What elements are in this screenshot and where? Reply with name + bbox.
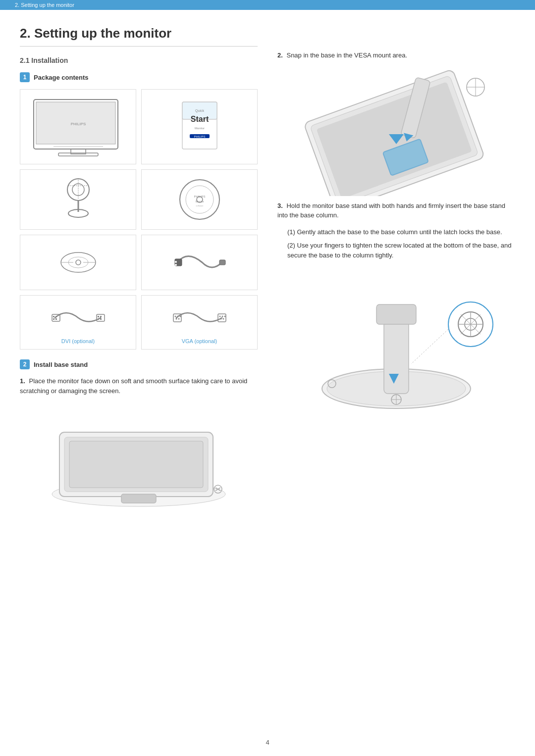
svg-rect-31 bbox=[219, 260, 225, 265]
package-vga-cable: VGA (optional) bbox=[141, 295, 258, 350]
page-number: 4 bbox=[0, 739, 535, 746]
package-monitor: PHILIPS bbox=[20, 89, 136, 164]
step1-text: 1. Place the monitor face down on soft a… bbox=[20, 376, 258, 396]
page-title: 2. Setting up the monitor bbox=[20, 26, 258, 47]
svg-point-45 bbox=[174, 316, 176, 317]
svg-rect-35 bbox=[53, 316, 54, 317]
svg-text:Monitor: Monitor bbox=[194, 127, 204, 130]
svg-rect-60 bbox=[121, 494, 156, 503]
svg-text:Quick: Quick bbox=[195, 109, 204, 113]
svg-point-52 bbox=[221, 316, 223, 317]
svg-point-49 bbox=[178, 318, 179, 320]
svg-point-48 bbox=[175, 318, 177, 320]
svg-rect-38 bbox=[55, 318, 57, 320]
svg-line-83 bbox=[411, 329, 448, 364]
step2-illustration bbox=[277, 67, 515, 196]
install-base-section: 2 Install base stand 1. Place the monito… bbox=[20, 359, 258, 511]
svg-point-46 bbox=[177, 316, 178, 317]
svg-point-51 bbox=[219, 316, 220, 317]
package-cd: PHILIPS Monitor software bbox=[141, 169, 258, 230]
step3-illustration bbox=[277, 265, 515, 413]
package-quickstart: Quick Start PHILIPS Monitor bbox=[141, 89, 258, 164]
package-power-cable bbox=[141, 235, 258, 290]
svg-text:Start: Start bbox=[190, 115, 209, 123]
substep1-text: (1) Gently attach the base to the base c… bbox=[287, 227, 515, 237]
svg-point-32 bbox=[175, 261, 177, 263]
svg-point-33 bbox=[175, 264, 177, 266]
install-base-label: Install base stand bbox=[34, 361, 88, 368]
svg-text:PHILIPS: PHILIPS bbox=[194, 135, 205, 138]
svg-point-47 bbox=[179, 316, 181, 317]
svg-rect-43 bbox=[100, 318, 102, 320]
svg-rect-37 bbox=[55, 316, 57, 317]
svg-rect-3 bbox=[58, 153, 98, 156]
badge-2: 2 bbox=[20, 359, 30, 369]
svg-text:PHILIPS: PHILIPS bbox=[194, 195, 205, 198]
svg-point-20 bbox=[186, 186, 214, 213]
right-column: 2. Snap in the base in the VESA mount ar… bbox=[277, 26, 515, 516]
badge-1: 1 bbox=[20, 72, 30, 82]
package-remote bbox=[20, 235, 136, 290]
breadcrumb-bar: 2. Setting up the monitor bbox=[0, 0, 535, 10]
svg-point-53 bbox=[224, 316, 225, 317]
svg-rect-74 bbox=[384, 314, 409, 394]
svg-text:Monitor: Monitor bbox=[195, 200, 204, 203]
svg-rect-36 bbox=[53, 318, 54, 320]
svg-point-54 bbox=[220, 318, 221, 320]
svg-rect-42 bbox=[100, 316, 102, 317]
step1-illustration bbox=[20, 403, 258, 511]
breadcrumb-text: 2. Setting up the monitor bbox=[15, 2, 74, 8]
package-contents-section: 1 Package contents PHILIPS bbox=[20, 72, 258, 350]
step3-text: 3. Hold the monitor base stand with both… bbox=[277, 201, 515, 220]
dvi-label: DVI (optional) bbox=[61, 338, 95, 344]
svg-rect-75 bbox=[376, 304, 416, 324]
section-2-1-heading: 2.1 Installation bbox=[20, 56, 258, 64]
package-stand bbox=[20, 169, 136, 230]
svg-text:PHILIPS: PHILIPS bbox=[70, 122, 86, 126]
package-grid: PHILIPS Quick Start PHILIPS bbox=[20, 89, 258, 350]
step2-text: 2. Snap in the base in the VESA mount ar… bbox=[277, 50, 515, 60]
svg-rect-40 bbox=[98, 316, 99, 317]
svg-point-27 bbox=[76, 260, 81, 265]
svg-rect-41 bbox=[98, 318, 99, 320]
svg-text:software: software bbox=[196, 204, 204, 207]
svg-rect-59 bbox=[69, 441, 203, 488]
substep2-text: (2) Use your fingers to tighten the scre… bbox=[287, 241, 515, 260]
package-contents-label: Package contents bbox=[34, 74, 89, 81]
package-dvi-cable: DVI (optional) bbox=[20, 295, 136, 350]
svg-point-55 bbox=[222, 318, 224, 320]
vga-label: VGA (optional) bbox=[182, 338, 217, 344]
